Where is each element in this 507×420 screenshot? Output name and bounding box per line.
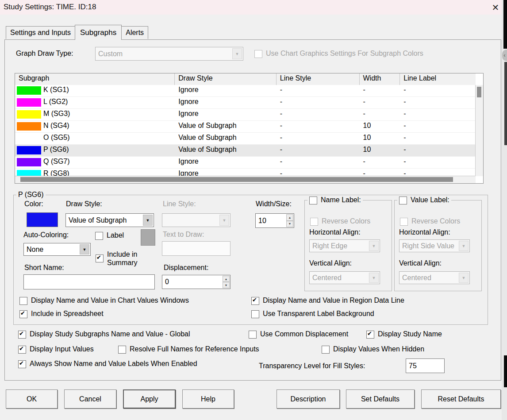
underlying-window-dark-strip bbox=[504, 355, 507, 387]
column-header[interactable]: Draw Style bbox=[175, 73, 277, 85]
cell-subgraph: P (SG6) bbox=[15, 145, 175, 156]
checkbox-nl-reverse-colors[interactable]: Reverse Colors bbox=[310, 217, 370, 226]
checkbox-display-values-when-hidden[interactable]: Display Values When Hidden bbox=[322, 345, 424, 354]
draw-style-combobox[interactable]: Value of Subgraph ▼ bbox=[65, 213, 154, 227]
color-swatch-button[interactable] bbox=[27, 212, 58, 227]
underlying-window-dark-strip bbox=[503, 0, 507, 49]
set-defaults-button[interactable]: Set Defaults bbox=[346, 389, 415, 408]
checkbox-box bbox=[400, 218, 408, 226]
cancel-button[interactable]: Cancel bbox=[64, 389, 116, 408]
ok-button[interactable]: OK bbox=[6, 389, 58, 408]
tab-settings-and-inputs[interactable]: Settings and Inputs bbox=[6, 26, 75, 39]
checkbox-vl-reverse-colors[interactable]: Reverse Colors bbox=[400, 217, 460, 226]
graph-draw-type-combobox[interactable]: Custom ▼ bbox=[95, 47, 243, 61]
cell-line-label: - bbox=[400, 85, 476, 96]
subgraph-name: M (SG3) bbox=[43, 110, 70, 118]
help-button[interactable]: Help bbox=[182, 389, 234, 408]
horizontal-scrollbar-thumb[interactable] bbox=[20, 177, 453, 182]
checkbox-include-in-spreadsheet[interactable]: Include in Spreadsheet bbox=[19, 310, 104, 318]
subgraph-color-swatch bbox=[17, 98, 41, 107]
column-header[interactable]: Line Style bbox=[277, 73, 360, 85]
cell-draw-style: Ignore bbox=[175, 97, 277, 108]
table-row[interactable]: M (SG3)Ignore--- bbox=[15, 109, 476, 121]
subgraph-name: P (SG6) bbox=[43, 146, 69, 154]
checkbox-display-study-subgraphs-global[interactable]: Display Study Subgraphs Name and Value -… bbox=[18, 330, 190, 339]
checkbox-display-input-values[interactable]: Display Input Values bbox=[18, 345, 94, 354]
horizontal-scrollbar[interactable] bbox=[15, 176, 476, 183]
checkbox-display-chart-values[interactable]: Display Name and Value in Chart Values W… bbox=[19, 297, 189, 305]
table-row[interactable]: N (SG4)Value of Subgraph-10- bbox=[15, 121, 476, 133]
subgraph-table-header: SubgraphDraw StyleLine StyleWidthLine La… bbox=[15, 73, 476, 85]
reset-defaults-button[interactable]: Reset Defaults bbox=[421, 389, 501, 408]
underlying-window-dark-strip bbox=[504, 62, 507, 145]
auto-coloring-combobox[interactable]: None ▼ bbox=[23, 243, 91, 256]
line-style-combobox[interactable]: ▼ bbox=[162, 213, 230, 227]
displacement-spinner[interactable]: 0 ▲▼ bbox=[162, 275, 230, 289]
checkbox-label[interactable]: Label bbox=[95, 231, 124, 240]
vertical-scrollbar-thumb[interactable] bbox=[477, 87, 481, 97]
checkbox-always-show-labels[interactable]: Always Show Name and Value Labels When E… bbox=[18, 360, 197, 368]
value-label-group: Value Label: Reverse Colors Horizontal A… bbox=[394, 200, 482, 291]
checkbox-use-common-displacement[interactable]: Use Common Displacement bbox=[249, 330, 348, 339]
apply-button[interactable]: Apply bbox=[123, 389, 176, 408]
table-row[interactable]: O (SG5)Value of Subgraph-10- bbox=[15, 133, 476, 145]
checkbox-resolve-full-names[interactable]: Resolve Full Names for Reference Inputs bbox=[118, 345, 259, 354]
vertical-scrollbar[interactable] bbox=[475, 85, 483, 176]
cell-width: - bbox=[359, 85, 400, 96]
column-header[interactable]: Subgraph bbox=[15, 73, 175, 85]
spin-up-icon[interactable]: ▲ bbox=[286, 214, 293, 221]
chevron-down-icon: ▼ bbox=[80, 244, 89, 254]
checkbox-include-in-summary[interactable]: Include in Summary bbox=[96, 250, 163, 267]
description-button[interactable]: Description bbox=[277, 389, 340, 408]
graph-draw-type-label: Graph Draw Type: bbox=[16, 50, 73, 58]
dialog-title: Study Settings: TIME. ID:18 bbox=[4, 3, 96, 12]
table-row[interactable]: K (SG1)Ignore--- bbox=[15, 85, 476, 97]
table-row[interactable]: R (SG8)Ignore--- bbox=[15, 169, 476, 176]
tab-subgraphs[interactable]: Subgraphs bbox=[75, 25, 122, 40]
checkbox-name-label[interactable]: Name Label: bbox=[307, 196, 363, 204]
subgraph-color-swatch bbox=[17, 170, 41, 176]
spin-down-icon[interactable]: ▼ bbox=[286, 221, 293, 227]
subgraph-name: K (SG1) bbox=[43, 86, 69, 94]
cell-subgraph: R (SG8) bbox=[15, 169, 175, 176]
nl-horizontal-align-value: Right Edge bbox=[312, 242, 369, 250]
close-icon[interactable]: ✕ bbox=[489, 1, 502, 14]
cell-line-label: - bbox=[400, 169, 476, 176]
spin-down-icon[interactable]: ▼ bbox=[223, 282, 230, 288]
displacement-label: Displacement: bbox=[164, 264, 208, 272]
chevron-left-icon: ‹ bbox=[502, 50, 507, 61]
short-name-input[interactable] bbox=[23, 274, 155, 289]
cell-subgraph: K (SG1) bbox=[15, 85, 175, 96]
checkbox-transparent-label-background[interactable]: Use Transparent Label Background bbox=[251, 310, 374, 318]
cell-line-style: - bbox=[277, 97, 360, 108]
table-row[interactable]: P (SG6)Value of Subgraph-10- bbox=[15, 145, 476, 157]
subgraph-name: L (SG2) bbox=[43, 98, 68, 106]
cell-draw-style: Ignore bbox=[175, 109, 277, 120]
checkbox-box bbox=[251, 310, 259, 318]
checkbox-value-label[interactable]: Value Label: bbox=[397, 196, 451, 204]
checkbox-use-chart-graphics[interactable]: Use Chart Graphics Settings For Subgraph… bbox=[254, 50, 423, 58]
chevron-down-icon: ▼ bbox=[459, 273, 469, 283]
nl-horizontal-align-combobox[interactable]: Right Edge ▼ bbox=[309, 239, 380, 252]
vl-horizontal-align-combobox[interactable]: Right Side Value ▼ bbox=[399, 239, 470, 252]
study-settings-dialog: Study Settings: TIME. ID:18 ✕ ‹ Settings… bbox=[0, 0, 507, 420]
label-color-swatch-button[interactable] bbox=[141, 229, 155, 246]
column-header[interactable]: Width bbox=[360, 73, 400, 85]
vl-vertical-align-combobox[interactable]: Centered ▼ bbox=[399, 271, 470, 284]
column-header[interactable]: Line Label bbox=[400, 73, 476, 85]
nl-vertical-align-combobox[interactable]: Centered ▼ bbox=[309, 271, 380, 284]
tab-alerts[interactable]: Alerts bbox=[121, 26, 148, 39]
text-to-draw-input[interactable] bbox=[162, 241, 230, 256]
nl-vertical-align-label: Vertical Align: bbox=[309, 259, 352, 267]
width-size-spinner[interactable]: 10 ▲▼ bbox=[255, 213, 294, 228]
table-row[interactable]: L (SG2)Ignore--- bbox=[15, 97, 476, 109]
vl-horizontal-align-label: Horizontal Align: bbox=[399, 228, 450, 236]
checkbox-display-region-data-line[interactable]: Display Name and Value in Region Data Li… bbox=[251, 297, 404, 305]
checkbox-display-study-name[interactable]: Display Study Name bbox=[366, 330, 442, 339]
text-to-draw-label: Text to Draw: bbox=[163, 231, 204, 239]
spin-up-icon[interactable]: ▲ bbox=[223, 276, 230, 282]
transparency-level-input[interactable] bbox=[406, 358, 445, 373]
table-row[interactable]: Q (SG7)Ignore--- bbox=[15, 157, 476, 169]
line-style-label: Line Style: bbox=[163, 200, 196, 208]
vl-horizontal-align-value: Right Side Value bbox=[402, 242, 458, 250]
